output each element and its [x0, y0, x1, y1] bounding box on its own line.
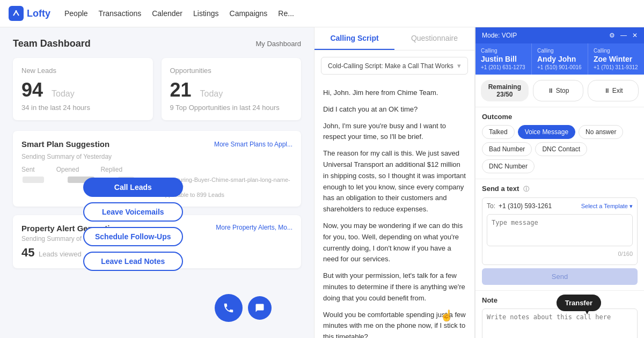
smart-plan-table-header: Sent Opened Replied	[21, 166, 292, 173]
new-leads-sub: 34 in the last 24 hours	[21, 104, 144, 112]
to-label: To:	[487, 202, 495, 210]
more-property-link[interactable]: More Property Alerts, Mo...	[216, 224, 292, 233]
outcome-dnc-contact[interactable]: DNC Contact	[535, 142, 587, 156]
cursor-indicator: ☝	[440, 309, 453, 322]
exit-icon: ⏸	[604, 87, 610, 94]
send-button[interactable]: Send	[482, 268, 638, 285]
opportunities-card: Opportunities 21 Today 9 Top Opportuniti…	[162, 58, 302, 120]
nav-campaigns[interactable]: Campaigns	[230, 7, 268, 20]
caller-status-1: Calling	[537, 48, 582, 54]
close-icon[interactable]: ✕	[632, 32, 638, 39]
outcome-voice-message[interactable]: Voice Message	[518, 125, 575, 139]
sp-header-opened: Opened	[56, 166, 79, 173]
new-leads-card: New Leads 94 Today 34 in the last 24 hou…	[13, 58, 153, 120]
caller-card-0[interactable]: Calling Justin Bill +1 (201) 631-1273	[475, 43, 532, 75]
script-select[interactable]: Cold-Calling Script: Make a Call That Wo…	[321, 57, 468, 75]
script-tabs: Calling Script Questionnaire	[314, 27, 474, 50]
exit-label: Exit	[612, 87, 623, 94]
send-text-to-row: To: +1 (310) 593-1261 Select a Template …	[487, 202, 633, 210]
script-line-3: John, I'm sure you're busy and I want to…	[323, 121, 466, 143]
char-count: 0/160	[487, 251, 633, 257]
leave-lead-notes-button[interactable]: Leave Lead Notes	[83, 252, 183, 271]
phone-action-area: ☝	[215, 294, 272, 322]
caller-card-1[interactable]: Calling Andy John +1 (510) 901-0016	[532, 43, 588, 75]
outcome-no-answer[interactable]: No answer	[579, 125, 623, 139]
new-leads-value: 94	[21, 79, 43, 101]
stop-button[interactable]: ⏸ Stop	[533, 80, 584, 101]
script-line-1: Hi, John. Jim here from Chime Team.	[323, 87, 466, 99]
note-textarea[interactable]	[482, 308, 638, 338]
metrics-row: New Leads 94 Today 34 in the last 24 hou…	[13, 58, 301, 120]
script-line-2: Did I catch you at an OK time?	[323, 104, 466, 115]
caller-name-1: Andy John	[537, 55, 582, 63]
exit-button[interactable]: ⏸ Exit	[588, 80, 639, 101]
opp-sub: 9 Top Opportunities in last 24 hours	[170, 104, 293, 112]
call-panel: Mode: VOIP ⚙ — ✕ Calling Justin Bill +1 …	[475, 27, 644, 338]
schedule-follow-ups-button[interactable]: Schedule Follow-Ups	[83, 227, 183, 246]
tab-questionnaire[interactable]: Questionnaire	[394, 27, 474, 50]
opp-today: Today	[200, 89, 223, 99]
my-dashboard-link[interactable]: My Dashboard	[255, 40, 301, 48]
header-icons: ⚙ — ✕	[609, 32, 638, 39]
tab-calling-script[interactable]: Calling Script	[314, 27, 394, 50]
leads-count: 45	[21, 246, 34, 259]
dashboard-title: Team Dashboard	[13, 38, 91, 49]
opp-value: 21	[170, 79, 192, 101]
new-leads-today: Today	[52, 89, 75, 99]
outcome-bad-number[interactable]: Bad Number	[482, 142, 532, 156]
to-phone: +1 (310) 593-1261	[499, 202, 578, 210]
send-text-section: Send a text ⓘ To: +1 (310) 593-1261 Sele…	[475, 179, 644, 291]
transfer-bubble[interactable]: Transfer	[557, 295, 601, 311]
outcome-buttons: Talked Voice Message No answer Bad Numbe…	[482, 125, 638, 173]
nav-more[interactable]: Re...	[278, 7, 294, 20]
script-line-6: But with your permission, let's talk for…	[323, 270, 466, 304]
more-smart-plans-link[interactable]: More Smart Plans to Appl...	[214, 141, 292, 148]
sp-header-replied: Replied	[100, 166, 122, 173]
top-navigation: Lofty People Transactions Calender Listi…	[0, 0, 644, 27]
call-actions-row: Remaining 23/50 ⏸ Stop ⏸ Exit	[475, 75, 644, 107]
logo[interactable]: Lofty	[9, 6, 52, 21]
call-panel-header: Mode: VOIP ⚙ — ✕	[475, 27, 644, 43]
outcome-dnc-number[interactable]: DNC Number	[482, 159, 535, 173]
caller-status-0: Calling	[481, 48, 526, 54]
minimize-icon[interactable]: —	[620, 32, 627, 39]
caller-name-0: Justin Bill	[481, 55, 526, 63]
caller-phone-2: +1 (701) 311-9312	[594, 64, 639, 70]
stop-icon: ⏸	[547, 87, 554, 94]
overlay-buttons: Call Leads Leave Voicemails Schedule Fol…	[83, 178, 183, 271]
caller-phone-0: +1 (201) 631-1273	[481, 64, 526, 70]
nav-listings[interactable]: Listings	[193, 7, 218, 20]
call-leads-button[interactable]: Call Leads	[83, 178, 183, 197]
outcome-talked[interactable]: Talked	[482, 125, 515, 139]
info-icon: ⓘ	[523, 186, 529, 192]
leave-voicemails-button[interactable]: Leave Voicemails	[83, 202, 183, 222]
template-select[interactable]: Select a Template ▾	[581, 203, 633, 210]
smart-plan-title: Smart Plan Suggestion	[21, 139, 109, 149]
nav-calender[interactable]: Calender	[152, 7, 182, 20]
script-line-4: The reason for my call is this. We just …	[323, 148, 466, 215]
caller-card-2[interactable]: Calling Zoe Winter +1 (701) 311-9312	[588, 43, 644, 75]
caller-phone-1: +1 (510) 901-0016	[537, 64, 582, 70]
message-textarea[interactable]	[487, 214, 633, 246]
script-line-5: Now, you may be wondering if we can do t…	[323, 221, 466, 265]
smart-plan-sub: Sending Summary of Yesterday	[21, 153, 292, 160]
svg-point-0	[16, 10, 17, 12]
mode-label: Mode: VOIP	[482, 32, 517, 39]
nav-people[interactable]: People	[64, 7, 88, 20]
outcome-section: Outcome Talked Voice Message No answer B…	[475, 107, 644, 179]
caller-status-2: Calling	[594, 48, 639, 54]
script-content: Hi, John. Jim here from Chime Team. Did …	[314, 81, 474, 338]
chevron-down-icon: ▾	[457, 62, 461, 70]
leads-viewed-label: Leads viewed	[39, 250, 82, 258]
new-leads-label: New Leads	[21, 67, 144, 75]
logo-text: Lofty	[27, 8, 50, 19]
outcome-title: Outcome	[482, 113, 638, 121]
nav-transactions[interactable]: Transactions	[99, 7, 142, 20]
main-content: Team Dashboard My Dashboard New Leads 94…	[0, 27, 644, 338]
phone-call-button[interactable]	[215, 294, 243, 322]
script-select-label: Cold-Calling Script: Make a Call That Wo…	[328, 62, 453, 70]
calling-script-panel: Calling Script Questionnaire Cold-Callin…	[314, 27, 475, 338]
settings-icon[interactable]: ⚙	[609, 32, 615, 39]
remaining-badge: Remaining 23/50	[481, 80, 529, 101]
chat-button[interactable]	[248, 296, 272, 320]
